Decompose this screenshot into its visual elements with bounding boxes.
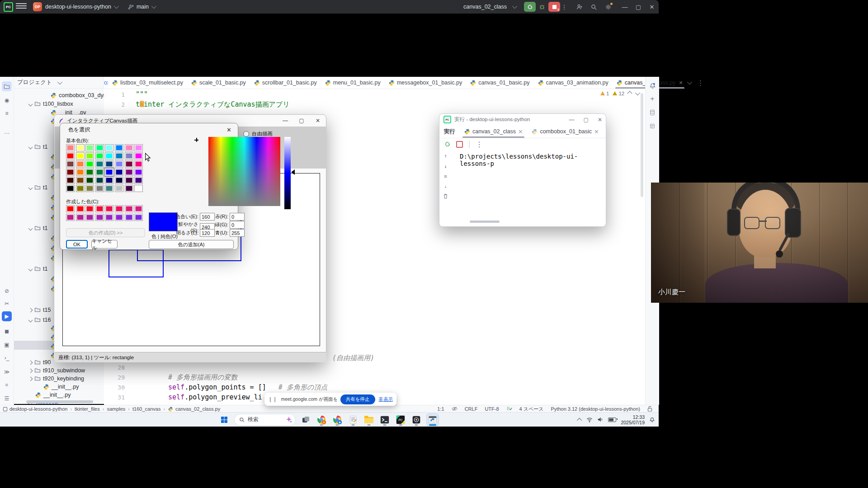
- battery-icon[interactable]: [608, 418, 616, 422]
- tree-row[interactable]: t1: [29, 183, 47, 192]
- soft-wrap-icon[interactable]: ≡: [444, 174, 447, 179]
- task-view-button[interactable]: [300, 414, 311, 426]
- custom-color-swatch[interactable]: [76, 214, 85, 221]
- run-maximize-button[interactable]: ▢: [584, 117, 589, 123]
- basic-color-swatch[interactable]: [95, 152, 104, 160]
- run-tab-canvas_02_class[interactable]: canvas_02_class✕: [461, 125, 526, 138]
- maximize-button[interactable]: ▢: [632, 1, 645, 13]
- notifications-icon[interactable]: [647, 80, 657, 90]
- basic-color-swatch[interactable]: [76, 169, 85, 176]
- basic-color-swatch[interactable]: [85, 169, 94, 176]
- chevron-icon[interactable]: [28, 185, 33, 190]
- notification-center-icon[interactable]: [649, 417, 655, 422]
- tree-row[interactable]: t1: [29, 142, 47, 151]
- status-line-separator[interactable]: CRLF: [465, 406, 478, 412]
- basic-color-swatch[interactable]: [125, 169, 133, 176]
- tool-strip-more-tools-icon[interactable]: ⋯: [2, 128, 12, 138]
- tree-row[interactable]: combobox_03_dynamic.py: [51, 91, 104, 100]
- tool-strip-services-icon[interactable]: ⌗: [2, 380, 12, 390]
- add-user-button[interactable]: [574, 2, 585, 12]
- basic-color-swatch[interactable]: [134, 144, 143, 151]
- breadcrumb-item[interactable]: samples: [107, 406, 125, 412]
- custom-color-swatch[interactable]: [134, 214, 143, 221]
- basic-color-swatch[interactable]: [105, 152, 113, 160]
- basic-color-swatch[interactable]: [85, 144, 94, 151]
- run-console[interactable]: ↑ ↓ ≡ ⇣ D:\projects\lessons\desktop-ui-l…: [439, 150, 606, 223]
- hide-link[interactable]: 非表示: [379, 396, 393, 403]
- tool-strip-commit-icon[interactable]: ◉: [2, 95, 12, 105]
- status-interpreter[interactable]: Python 3.12 (desktop-ui-lessons-python): [551, 406, 641, 412]
- basic-color-swatch[interactable]: [95, 177, 104, 184]
- basic-color-swatch[interactable]: [95, 160, 104, 168]
- custom-color-swatch[interactable]: [125, 214, 133, 221]
- custom-color-swatch[interactable]: [66, 214, 75, 221]
- tree-row[interactable]: t920_keybinding: [29, 374, 84, 383]
- free-draw-radio[interactable]: [243, 131, 249, 137]
- tree-row[interactable]: t15: [29, 305, 51, 314]
- tab-menu_01_basic.py[interactable]: menu_01_basic.py: [321, 77, 385, 89]
- more-tabs-icon[interactable]: ⋮: [697, 79, 704, 87]
- tab-canvas_01_basic.py[interactable]: canvas_01_basic.py: [466, 77, 533, 89]
- run-close-button[interactable]: ✕: [598, 117, 602, 123]
- chevron-icon[interactable]: [28, 226, 33, 230]
- search-input[interactable]: 検索: [234, 414, 296, 426]
- ok-button[interactable]: OK: [66, 240, 88, 249]
- tool-strip-terminal-icon[interactable]: ›_: [2, 353, 12, 363]
- tree-row[interactable]: t1: [29, 224, 47, 233]
- custom-color-swatch[interactable]: [134, 205, 143, 212]
- basic-color-swatch[interactable]: [95, 144, 104, 151]
- inspections-ok-icon[interactable]: [506, 406, 512, 412]
- status-caret-position[interactable]: 1:1: [437, 406, 444, 412]
- tool-strip-python-console-icon[interactable]: ≫: [2, 367, 12, 377]
- taskbar-clock[interactable]: 12:33 2025/07/19: [621, 414, 645, 425]
- chevron-down-icon[interactable]: [687, 80, 692, 84]
- custom-color-swatch[interactable]: [105, 214, 113, 221]
- chevron-icon[interactable]: [28, 308, 33, 312]
- breadcrumb-item[interactable]: tkinter_files: [75, 406, 100, 412]
- breadcrumb-item[interactable]: desktop-ui-lessons-python: [9, 406, 67, 412]
- basic-color-swatch[interactable]: [95, 169, 104, 176]
- chevron-icon[interactable]: [28, 368, 33, 373]
- tool-strip-project-icon[interactable]: [2, 81, 12, 91]
- basic-color-swatch[interactable]: [125, 185, 133, 192]
- basic-color-swatch[interactable]: [134, 185, 143, 192]
- luminance-bar[interactable]: [284, 137, 291, 209]
- basic-color-swatch[interactable]: [115, 177, 123, 184]
- tool-strip-structure-icon[interactable]: ≡: [2, 108, 12, 118]
- terminal-icon[interactable]: [379, 414, 391, 426]
- custom-color-swatch[interactable]: [105, 205, 113, 212]
- basic-color-swatch[interactable]: [66, 152, 75, 160]
- tree-row[interactable]: t910_subwindow: [29, 366, 85, 375]
- notepad-icon[interactable]: [347, 414, 359, 426]
- tk-maximize-button[interactable]: ▢: [293, 115, 310, 127]
- tab-listbox_03_multiselect.py[interactable]: listbox_03_multiselect.py: [108, 77, 187, 89]
- basic-color-swatch[interactable]: [66, 144, 75, 151]
- debug-button[interactable]: [537, 2, 547, 12]
- run-button[interactable]: [524, 2, 536, 12]
- more-options-icon[interactable]: ⋮: [476, 140, 483, 149]
- basic-color-swatch[interactable]: [134, 169, 143, 176]
- rerun-icon[interactable]: [444, 141, 451, 147]
- basic-color-swatch[interactable]: [76, 152, 85, 160]
- tree-row[interactable]: t1: [29, 264, 47, 273]
- basic-color-swatch[interactable]: [66, 185, 75, 192]
- lock-icon[interactable]: [647, 406, 652, 413]
- basic-color-swatch[interactable]: [76, 185, 85, 192]
- basic-color-swatch[interactable]: [115, 152, 123, 160]
- custom-color-swatch[interactable]: [76, 205, 85, 212]
- run-minimize-button[interactable]: —: [569, 117, 575, 123]
- tree-row[interactable]: t100_listbox: [29, 99, 73, 108]
- basic-color-swatch[interactable]: [115, 160, 123, 168]
- up-arrow-icon[interactable]: ↑: [444, 153, 447, 159]
- chrome-profile2-icon[interactable]: [331, 414, 343, 426]
- dark-app-icon[interactable]: [410, 414, 422, 426]
- chevron-icon[interactable]: [28, 145, 33, 149]
- basic-color-swatch[interactable]: [66, 177, 75, 184]
- tab-scrollbar_01_basic.py[interactable]: scrollbar_01_basic.py: [250, 77, 321, 89]
- basic-color-swatch[interactable]: [125, 144, 133, 151]
- basic-color-swatch[interactable]: [134, 160, 143, 168]
- tool-strip-cut-icon[interactable]: ✂: [2, 299, 12, 309]
- basic-color-swatch[interactable]: [125, 177, 133, 184]
- breadcrumb-item[interactable]: canvas_02_class.py: [175, 406, 220, 412]
- stop-icon[interactable]: [456, 141, 463, 148]
